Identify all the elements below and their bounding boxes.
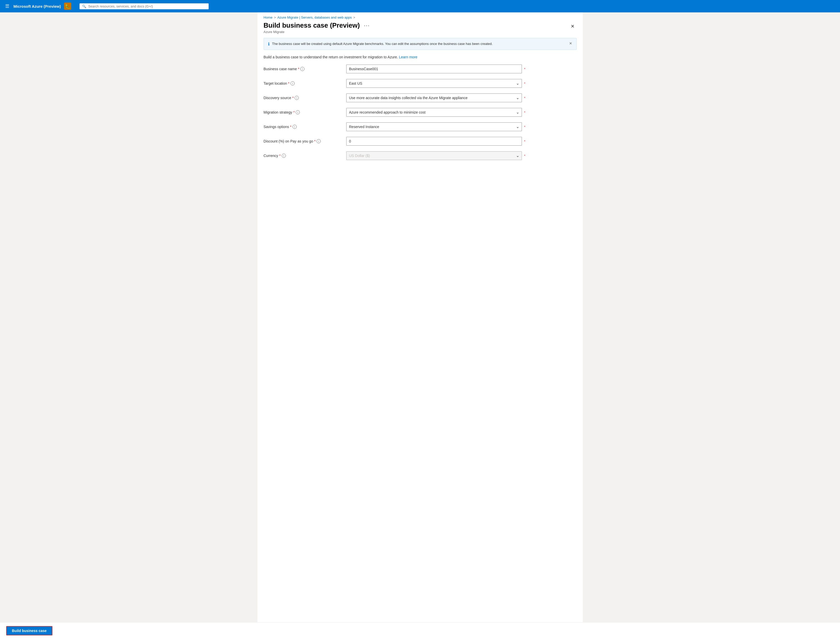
topbar: ☰ Microsoft Azure (Preview) 🐛 🔍 bbox=[0, 0, 840, 13]
form-row-business-case-name: Business case name * i * bbox=[264, 64, 577, 73]
label-target-location: Target location * i bbox=[264, 81, 346, 86]
close-button[interactable]: ✕ bbox=[569, 22, 577, 30]
select-wrapper-2: Use more accurate data insights collecte… bbox=[346, 94, 522, 102]
description-text: Build a business case to understand the … bbox=[264, 55, 398, 59]
info-icon-0[interactable]: i bbox=[300, 67, 304, 71]
select-wrapper-3: Azure recommended approach to minimize c… bbox=[346, 108, 522, 117]
req-indicator-4: * bbox=[524, 125, 525, 129]
label-discount: Discount (%) on Pay as you go * i bbox=[264, 139, 346, 143]
discount-input[interactable] bbox=[346, 137, 522, 146]
info-banner-close-button[interactable]: ✕ bbox=[569, 41, 572, 45]
info-icon-2[interactable]: i bbox=[294, 96, 299, 100]
page-title: Build business case (Preview) bbox=[264, 21, 360, 29]
info-banner-text: The business case will be created using … bbox=[272, 41, 566, 46]
req-indicator-2: * bbox=[524, 96, 525, 100]
label-currency: Currency * i bbox=[264, 154, 346, 158]
req-indicator-1: * bbox=[524, 81, 525, 86]
breadcrumb-sep-2: > bbox=[353, 16, 355, 19]
form-area: Business case name * i * Target location… bbox=[258, 64, 583, 161]
info-icon-6[interactable]: i bbox=[282, 154, 286, 158]
search-icon: 🔍 bbox=[82, 5, 86, 8]
control-wrap-1: East US West US West US 2 Central US Eas… bbox=[346, 79, 522, 88]
page-subtitle: Azure Migrate bbox=[264, 30, 371, 34]
search-bar[interactable]: 🔍 bbox=[80, 3, 208, 9]
page-title-row: Build business case (Preview) ··· bbox=[264, 21, 371, 29]
migration-strategy-select[interactable]: Azure recommended approach to minimize c… bbox=[346, 108, 522, 117]
breadcrumb: Home > Azure Migrate | Servers, database… bbox=[258, 13, 583, 21]
page-header: Build business case (Preview) ··· Azure … bbox=[258, 21, 583, 36]
build-business-case-button[interactable]: Build business case bbox=[6, 626, 52, 635]
form-row-savings-options: Savings options * i Reserved Instance Az… bbox=[264, 122, 577, 132]
control-wrap-2: Use more accurate data insights collecte… bbox=[346, 94, 522, 102]
required-star-0: * bbox=[298, 67, 299, 71]
label-discovery-source: Discovery source * i bbox=[264, 96, 346, 100]
label-business-case-name: Business case name * i bbox=[264, 67, 346, 71]
required-star-2: * bbox=[292, 96, 294, 100]
savings-options-select[interactable]: Reserved Instance Azure Savings Plan Non… bbox=[346, 122, 522, 131]
breadcrumb-sep-1: > bbox=[274, 16, 276, 19]
select-wrapper-6: US Dollar ($) Euro (€) British Pound (£) bbox=[346, 151, 522, 160]
label-migration-strategy: Migration strategy * i bbox=[264, 110, 346, 114]
control-wrap-0: * bbox=[346, 65, 522, 73]
info-icon-4[interactable]: i bbox=[293, 125, 297, 129]
app-title: Microsoft Azure (Preview) bbox=[13, 4, 61, 8]
currency-select[interactable]: US Dollar ($) Euro (€) British Pound (£) bbox=[346, 151, 522, 160]
req-indicator-3: * bbox=[524, 111, 525, 114]
main-content: Home > Azure Migrate | Servers, database… bbox=[258, 13, 583, 639]
form-row-target-location: Target location * i East US West US West… bbox=[264, 79, 577, 88]
required-star-5: * bbox=[314, 139, 315, 143]
form-row-currency: Currency * i US Dollar ($) Euro (€) Brit… bbox=[264, 151, 577, 161]
info-banner: ℹ The business case will be created usin… bbox=[264, 38, 577, 50]
req-indicator-0: * bbox=[524, 67, 525, 71]
required-star-6: * bbox=[279, 154, 280, 158]
label-savings-options: Savings options * i bbox=[264, 125, 346, 129]
info-icon-1[interactable]: i bbox=[291, 81, 294, 86]
form-row-discount: Discount (%) on Pay as you go * i * bbox=[264, 137, 577, 146]
select-wrapper-4: Reserved Instance Azure Savings Plan Non… bbox=[346, 122, 522, 131]
req-indicator-6: * bbox=[524, 154, 525, 158]
search-input[interactable] bbox=[88, 5, 206, 8]
required-star-3: * bbox=[293, 110, 294, 114]
page-footer: Build business case bbox=[0, 622, 840, 639]
target-location-select[interactable]: East US West US West US 2 Central US Eas… bbox=[346, 79, 522, 88]
learn-more-link[interactable]: Learn more bbox=[399, 55, 418, 59]
form-row-discovery-source: Discovery source * i Use more accurate d… bbox=[264, 93, 577, 102]
select-wrapper-1: East US West US West US 2 Central US Eas… bbox=[346, 79, 522, 88]
control-wrap-4: Reserved Instance Azure Savings Plan Non… bbox=[346, 122, 522, 131]
info-icon-5[interactable]: i bbox=[317, 139, 321, 143]
hamburger-menu-button[interactable]: ☰ bbox=[4, 2, 10, 10]
info-icon-3[interactable]: i bbox=[296, 110, 300, 114]
required-star-4: * bbox=[290, 125, 291, 129]
control-wrap-5: * bbox=[346, 137, 522, 146]
feedback-icon: 🐛 bbox=[64, 3, 71, 10]
required-star-1: * bbox=[288, 81, 290, 86]
business-case-name-input[interactable] bbox=[346, 65, 522, 73]
description-line: Build a business case to understand the … bbox=[258, 54, 583, 64]
info-banner-icon: ℹ bbox=[268, 41, 270, 46]
control-wrap-3: Azure recommended approach to minimize c… bbox=[346, 108, 522, 117]
control-wrap-6: US Dollar ($) Euro (€) British Pound (£)… bbox=[346, 151, 522, 160]
form-row-migration-strategy: Migration strategy * i Azure recommended… bbox=[264, 108, 577, 117]
breadcrumb-home[interactable]: Home bbox=[264, 16, 273, 19]
discovery-source-select[interactable]: Use more accurate data insights collecte… bbox=[346, 94, 522, 102]
more-options-button[interactable]: ··· bbox=[363, 22, 371, 29]
breadcrumb-azure-migrate[interactable]: Azure Migrate | Servers, databases and w… bbox=[277, 16, 352, 19]
req-indicator-5: * bbox=[524, 140, 525, 143]
page-header-left: Build business case (Preview) ··· Azure … bbox=[264, 21, 371, 34]
